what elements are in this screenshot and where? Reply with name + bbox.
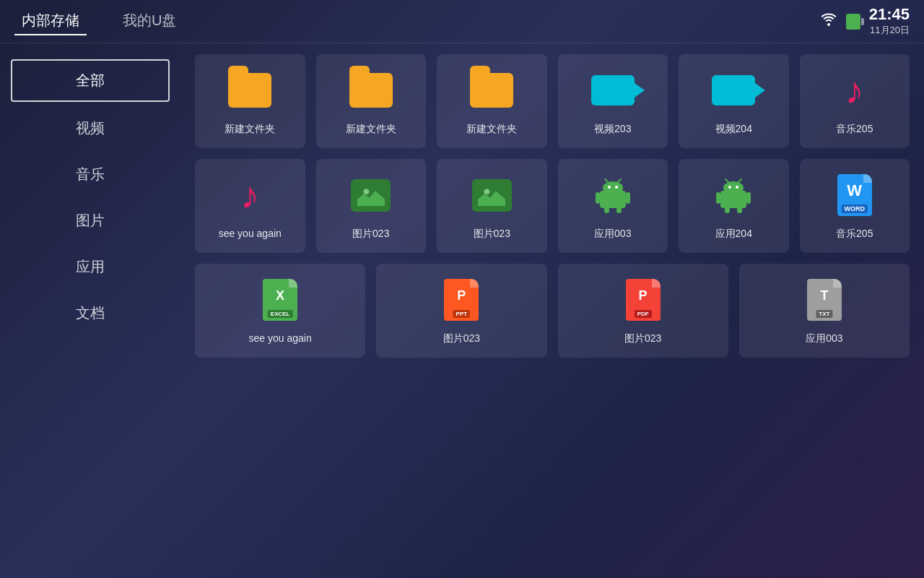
txt-icon: T TXT [803,278,846,322]
header-nav: 内部存储 我的U盘 [14,7,820,35]
sidebar-item-music[interactable]: 音乐 [11,155,170,194]
file-label: 应用003 [594,228,631,241]
file-item-ppt[interactable]: P PPT 图片023 [376,264,546,358]
file-item-pdf[interactable]: P PDF 图片023 [558,264,728,358]
file-item-music205-1[interactable]: ♪ 音乐205 [800,54,910,148]
svg-point-3 [484,189,490,194]
file-item-android204[interactable]: 应用204 [679,159,789,253]
android-icon [712,173,755,217]
sidebar-item-video[interactable]: 视频 [11,108,170,148]
svg-rect-21 [746,192,751,204]
video-icon [591,69,635,112]
svg-point-7 [615,186,618,189]
file-label: 视频203 [594,123,631,136]
file-content: 新建文件夹 新建文件夹 新建文件夹 视频203 [180,43,924,578]
word-icon: W WORD [833,173,876,217]
grid-row-3: X EXCEL see you again P PPT 图片023 [195,264,910,358]
svg-point-6 [608,186,611,189]
svg-point-17 [736,186,738,189]
file-label: 图片023 [352,228,389,241]
clock: 21:45 [869,6,910,23]
file-label: 音乐205 [836,123,873,136]
file-label: 应用003 [806,332,842,345]
file-label: 图片023 [474,228,510,241]
music-icon: ♪ [228,173,271,217]
sidebar-item-all[interactable]: 全部 [11,59,170,102]
svg-rect-10 [596,192,600,204]
file-item-image023-2[interactable]: 图片023 [437,159,547,253]
svg-rect-12 [604,207,609,213]
svg-rect-13 [616,207,622,213]
file-item-txt[interactable]: T TXT 应用003 [739,264,910,358]
time-block: 21:45 11月20日 [869,6,910,36]
svg-line-18 [725,179,728,182]
wifi-icon [820,13,837,30]
file-label: 应用204 [715,228,752,241]
file-item-folder2[interactable]: 新建文件夹 [316,54,427,148]
svg-rect-11 [626,192,630,204]
svg-point-16 [728,186,731,189]
svg-line-19 [738,179,741,182]
pdf-icon: P PDF [622,278,665,322]
file-item-folder3[interactable]: 新建文件夹 [437,54,547,148]
svg-rect-20 [716,192,720,204]
image-icon [349,173,393,217]
svg-point-15 [723,181,744,194]
music-icon: ♪ [833,69,876,112]
date: 11月20日 [869,24,910,37]
svg-line-9 [618,179,621,182]
battery-indicator [846,14,860,30]
file-label: see you again [249,332,312,344]
file-item-video203[interactable]: 视频203 [558,54,668,148]
svg-point-1 [363,189,369,194]
file-item-android003[interactable]: 应用003 [558,159,668,253]
nav-internal-storage[interactable]: 内部存储 [14,7,87,35]
nav-usb[interactable]: 我的U盘 [116,7,183,35]
sidebar-item-app[interactable]: 应用 [11,247,170,287]
svg-rect-23 [737,207,742,213]
file-item-music-seeyouagain[interactable]: ♪ see you again [195,159,305,253]
folder-icon [228,69,271,112]
svg-point-5 [603,181,623,194]
svg-rect-22 [725,207,730,213]
image-icon [470,173,513,217]
ppt-icon: P PPT [440,278,483,322]
file-item-folder1[interactable]: 新建文件夹 [195,54,305,148]
video-icon [712,69,755,112]
grid-row-2: ♪ see you again 图片023 [195,159,910,253]
file-item-video204[interactable]: 视频204 [679,54,789,148]
file-label: 音乐205 [836,228,873,241]
file-label: see you again [219,228,282,239]
file-item-word[interactable]: W WORD 音乐205 [800,159,910,253]
folder-icon [349,69,393,112]
svg-line-8 [605,179,608,182]
file-label: 视频204 [715,123,752,136]
folder-icon [470,69,513,112]
header: 内部存储 我的U盘 21:45 11月20日 [0,0,924,43]
excel-icon: X EXCEL [258,278,302,322]
grid-row-1: 新建文件夹 新建文件夹 新建文件夹 视频203 [195,54,910,148]
sidebar-item-image[interactable]: 图片 [11,201,170,241]
file-item-image023-1[interactable]: 图片023 [316,159,427,253]
header-right: 21:45 11月20日 [820,6,910,36]
main-layout: 全部 视频 音乐 图片 应用 文档 新建文件夹 新建文件夹 [0,43,924,578]
sidebar: 全部 视频 音乐 图片 应用 文档 [0,43,180,578]
file-label: 新建文件夹 [346,123,396,136]
file-label: 新建文件夹 [225,123,275,136]
file-label: 新建文件夹 [466,123,517,136]
file-label: 图片023 [443,332,480,345]
file-label: 图片023 [624,332,661,345]
android-icon [591,173,635,217]
sidebar-item-doc[interactable]: 文档 [11,293,170,333]
file-item-excel[interactable]: X EXCEL see you again [195,264,365,358]
